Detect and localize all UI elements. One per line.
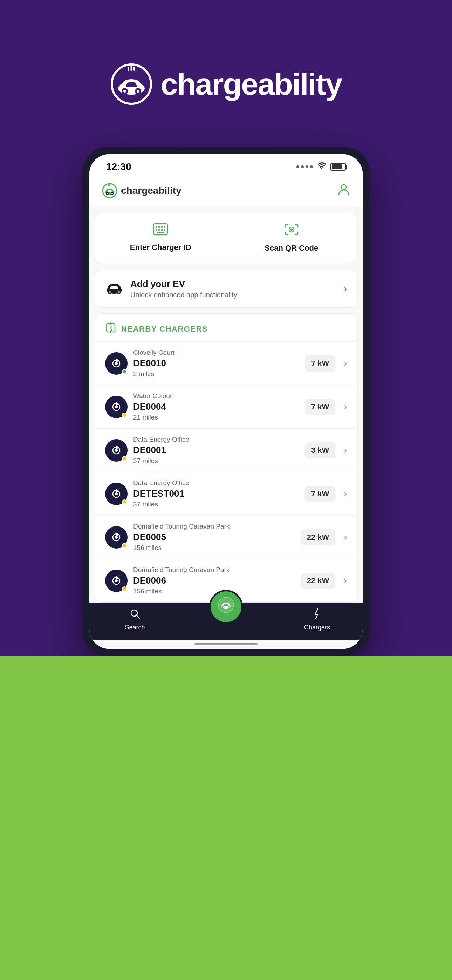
app-logo: chargeability	[102, 183, 181, 198]
charger-chevron-icon: ›	[344, 575, 347, 586]
user-profile-icon[interactable]	[337, 183, 350, 198]
status-dot	[122, 543, 127, 548]
charger-id: DETEST001	[133, 488, 299, 499]
app-header-name: chargeability	[121, 185, 181, 196]
camera-icon	[284, 223, 299, 239]
charger-id: DE0006	[133, 575, 295, 586]
charger-chevron-icon: ›	[344, 532, 347, 542]
svg-rect-26	[161, 229, 162, 231]
svg-point-83	[228, 607, 229, 608]
charger-chevron-icon: ›	[344, 488, 347, 499]
app-header: chargeability	[89, 176, 363, 207]
charger-location: Data Energy Office	[133, 479, 299, 487]
charger-avatar	[105, 483, 127, 505]
charger-plug-icon	[110, 401, 122, 413]
svg-point-30	[290, 229, 293, 231]
wifi-icon	[317, 162, 326, 172]
svg-rect-24	[156, 229, 157, 231]
charger-avatar	[105, 526, 127, 549]
charger-plug-icon	[110, 488, 122, 500]
charger-id: DE0010	[133, 358, 299, 369]
phone-screen: 12:30	[89, 154, 363, 649]
add-ev-banner[interactable]: Add your EV Unlock enhanced app function…	[95, 270, 357, 308]
charger-id: DE0004	[133, 401, 299, 412]
enter-charger-id-button[interactable]: Enter Charger ID	[95, 213, 226, 262]
scan-qr-button[interactable]: Scan QR Code	[226, 213, 357, 262]
status-dot	[122, 412, 127, 417]
status-icons	[296, 162, 346, 172]
svg-rect-28	[157, 232, 164, 234]
nearby-chargers-section: NEARBY CHARGERS Clovelly Court DE0010	[95, 313, 357, 603]
charger-location: Data Energy Office	[133, 436, 299, 443]
svg-point-35	[118, 291, 120, 293]
svg-point-41	[115, 362, 118, 365]
charger-info: Data Energy Office DETEST001 37 miles	[133, 479, 299, 508]
svg-point-53	[115, 449, 118, 452]
charger-item[interactable]: Clovelly Court DE0010 2 miles 7 kW ›	[95, 341, 357, 385]
svg-point-12	[107, 193, 108, 194]
status-time: 12:30	[106, 161, 131, 172]
phone-wrapper: 12:30	[75, 147, 377, 656]
charger-location: Dornafield Touring Caravan Park	[133, 566, 295, 574]
status-bar: 12:30	[89, 154, 363, 176]
svg-rect-20	[156, 226, 157, 228]
charger-distance: 37 miles	[133, 457, 299, 465]
charger-distance: 2 miles	[133, 370, 299, 378]
charger-id: DE0001	[133, 445, 299, 456]
charger-info: Water Colour DE0004 21 miles	[133, 392, 299, 421]
charger-avatar	[105, 396, 127, 418]
svg-rect-23	[164, 226, 166, 228]
home-center-button[interactable]	[209, 590, 243, 624]
keyboard-icon	[153, 223, 168, 239]
charger-power: 22 kW	[301, 529, 336, 546]
charger-location: Water Colour	[133, 392, 299, 400]
charger-item[interactable]: Dornafield Touring Caravan Park DE0005 1…	[95, 515, 357, 559]
ev-title: Add your EV	[131, 278, 337, 290]
svg-point-18	[341, 185, 346, 189]
svg-rect-22	[161, 226, 162, 228]
charger-avatar	[105, 570, 127, 592]
charger-plug-icon	[110, 531, 122, 543]
charger-power: 7 kW	[305, 486, 335, 502]
status-dot	[122, 369, 127, 374]
charger-distance: 156 miles	[133, 544, 295, 552]
nav-search[interactable]: Search	[89, 608, 180, 631]
charger-power: 7 kW	[305, 355, 335, 372]
svg-point-3	[123, 90, 126, 92]
home-indicator	[89, 640, 363, 649]
charger-list: Clovelly Court DE0010 2 miles 7 kW › W	[95, 341, 357, 602]
charger-power: 22 kW	[301, 573, 336, 589]
status-dot	[122, 500, 127, 504]
home-bar	[194, 643, 258, 645]
search-nav-label: Search	[125, 624, 145, 631]
ev-car-icon	[105, 280, 123, 298]
svg-rect-25	[158, 229, 160, 231]
svg-rect-21	[158, 226, 160, 228]
charger-plug-icon	[110, 575, 122, 587]
app-logo-icon	[102, 183, 118, 198]
ev-subtitle: Unlock enhanced app functionality	[131, 291, 337, 299]
chargers-nav-label: Chargers	[304, 624, 330, 631]
phone-device: 12:30	[82, 147, 370, 656]
ev-chevron-icon: ›	[344, 283, 347, 294]
svg-point-14	[111, 193, 113, 194]
charger-distance: 21 miles	[133, 414, 299, 421]
charger-info: Data Energy Office DE0001 37 miles	[133, 436, 299, 465]
charger-item[interactable]: Data Energy Office DE0001 37 miles 3 kW …	[95, 428, 357, 472]
svg-point-59	[115, 492, 118, 495]
svg-point-33	[108, 291, 111, 293]
charger-info: Dornafield Touring Caravan Park DE0006 1…	[133, 566, 295, 595]
charger-item[interactable]: Data Energy Office DETEST001 37 miles 7 …	[95, 472, 357, 515]
charger-info: Clovelly Court DE0010 2 miles	[133, 349, 299, 378]
charger-chevron-icon: ›	[344, 401, 347, 412]
charger-plug-icon	[110, 358, 122, 369]
svg-line-76	[137, 616, 140, 618]
ev-text-block: Add your EV Unlock enhanced app function…	[131, 278, 337, 299]
nav-chargers[interactable]: Chargers	[272, 608, 363, 631]
svg-rect-27	[164, 229, 166, 231]
charger-item[interactable]: Water Colour DE0004 21 miles 7 kW ›	[95, 385, 357, 428]
chargers-nav-icon	[312, 608, 322, 622]
svg-point-81	[223, 607, 224, 608]
charger-chevron-icon: ›	[344, 445, 347, 456]
search-nav-icon	[129, 608, 140, 622]
